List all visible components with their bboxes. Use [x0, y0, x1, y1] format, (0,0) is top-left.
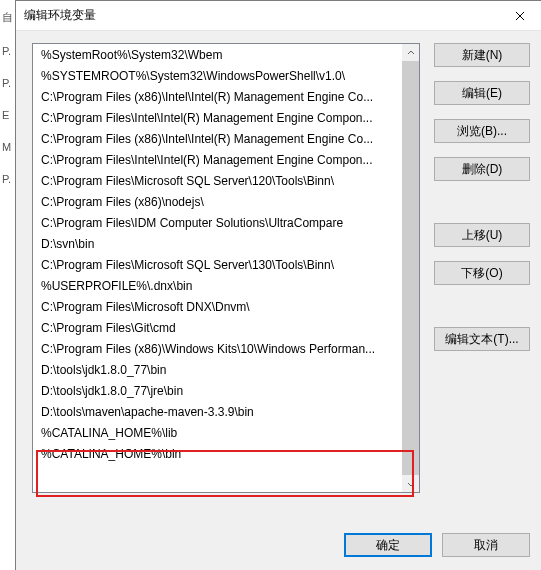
list-item[interactable]: C:\Program Files\Intel\Intel(R) Manageme…	[33, 150, 402, 171]
list-item[interactable]: %SystemRoot%\System32\Wbem	[33, 45, 402, 66]
scroll-down-button[interactable]	[402, 475, 419, 492]
scrollbar[interactable]	[402, 44, 419, 492]
list-item[interactable]: C:\Program Files (x86)\Intel\Intel(R) Ma…	[33, 129, 402, 150]
list-item[interactable]: D:\tools\jdk1.8.0_77\jre\bin	[33, 381, 402, 402]
list-item[interactable]: D:\tools\jdk1.8.0_77\bin	[33, 360, 402, 381]
list-item[interactable]: C:\Program Files\Microsoft SQL Server\12…	[33, 171, 402, 192]
browse-button[interactable]: 浏览(B)...	[434, 119, 530, 143]
list-item[interactable]: C:\Program Files (x86)\nodejs\	[33, 192, 402, 213]
list-item[interactable]: %SYSTEMROOT%\System32\WindowsPowerShell\…	[33, 66, 402, 87]
list-item[interactable]: C:\Program Files\Intel\Intel(R) Manageme…	[33, 108, 402, 129]
delete-button[interactable]: 删除(D)	[434, 157, 530, 181]
close-icon	[515, 11, 525, 21]
list-inner: %SystemRoot%\System32\Wbem%SYSTEMROOT%\S…	[33, 44, 402, 492]
scroll-track[interactable]	[402, 61, 419, 475]
list-item[interactable]: %CATALINA_HOME%\lib	[33, 423, 402, 444]
move-down-button[interactable]: 下移(O)	[434, 261, 530, 285]
list-item[interactable]: C:\Program Files\Git\cmd	[33, 318, 402, 339]
footer: 确定 取消	[344, 533, 530, 557]
chevron-down-icon	[407, 480, 415, 488]
list-item[interactable]: %USERPROFILE%\.dnx\bin	[33, 276, 402, 297]
path-listbox[interactable]: %SystemRoot%\System32\Wbem%SYSTEMROOT%\S…	[32, 43, 420, 493]
ok-button[interactable]: 确定	[344, 533, 432, 557]
edit-button[interactable]: 编辑(E)	[434, 81, 530, 105]
list-item[interactable]: C:\Program Files\Microsoft SQL Server\13…	[33, 255, 402, 276]
side-buttons: 新建(N) 编辑(E) 浏览(B)... 删除(D) 上移(U) 下移(O) 编…	[434, 43, 530, 493]
edit-text-button[interactable]: 编辑文本(T)...	[434, 327, 530, 351]
window-title: 编辑环境变量	[24, 7, 96, 24]
dialog-window: 编辑环境变量 %SystemRoot%\System32\Wbem%SYSTEM…	[15, 0, 541, 570]
close-button[interactable]	[497, 1, 541, 31]
list-item[interactable]: D:\tools\maven\apache-maven-3.3.9\bin	[33, 402, 402, 423]
titlebar: 编辑环境变量	[16, 1, 541, 31]
chevron-up-icon	[407, 49, 415, 57]
list-item[interactable]: C:\Program Files (x86)\Intel\Intel(R) Ma…	[33, 87, 402, 108]
list-item[interactable]: %CATALINA_HOME%\bin	[33, 444, 402, 465]
background-window-edge: 自P.P.EMP.	[0, 0, 15, 570]
scroll-thumb[interactable]	[402, 61, 419, 475]
new-button[interactable]: 新建(N)	[434, 43, 530, 67]
cancel-button[interactable]: 取消	[442, 533, 530, 557]
list-item[interactable]: C:\Program Files\IDM Computer Solutions\…	[33, 213, 402, 234]
list-item[interactable]: C:\Program Files (x86)\Windows Kits\10\W…	[33, 339, 402, 360]
scroll-up-button[interactable]	[402, 44, 419, 61]
list-item[interactable]: C:\Program Files\Microsoft DNX\Dnvm\	[33, 297, 402, 318]
dialog-body: %SystemRoot%\System32\Wbem%SYSTEMROOT%\S…	[16, 31, 541, 543]
move-up-button[interactable]: 上移(U)	[434, 223, 530, 247]
list-item[interactable]: D:\svn\bin	[33, 234, 402, 255]
